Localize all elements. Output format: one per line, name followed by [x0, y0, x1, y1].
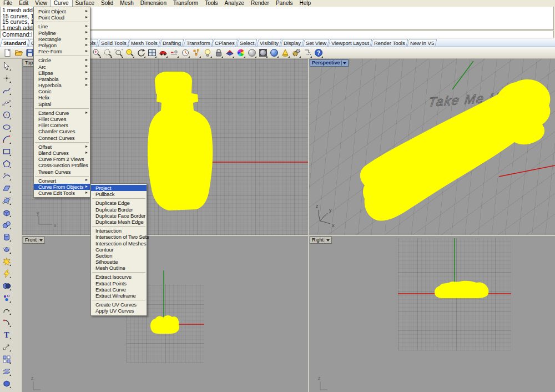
tab-visibility[interactable]: Visibility: [256, 39, 282, 47]
point-icon[interactable]: [1, 73, 12, 83]
menu-item-curve-from-objects[interactable]: Curve From Objects: [34, 184, 90, 190]
car-icon[interactable]: [158, 48, 168, 58]
measure-icon[interactable]: [169, 48, 179, 58]
tab-solid-tools[interactable]: Solid Tools: [98, 39, 129, 47]
menu-item-extend-curve[interactable]: Extend Curve: [34, 110, 90, 116]
tab-drafting[interactable]: Drafting: [160, 39, 185, 47]
menu-item-curve-from-2-views[interactable]: Curve From 2 Views: [34, 156, 90, 162]
help-icon[interactable]: ?: [313, 48, 324, 58]
menu-analyze[interactable]: Analyze: [221, 0, 248, 7]
menu-item-extract-points[interactable]: Extract Points: [91, 280, 147, 287]
pull-hook-icon[interactable]: [1, 317, 12, 328]
menu-item-ellipse[interactable]: Ellipse: [34, 70, 90, 76]
viewport-layout-icon[interactable]: [147, 48, 157, 58]
tab-render-tools[interactable]: Render Tools: [371, 39, 408, 47]
viewport-right[interactable]: z Right: [309, 236, 555, 392]
menu-mesh[interactable]: Mesh: [117, 0, 137, 7]
move-point-icon[interactable]: [1, 341, 12, 352]
menu-item-mesh-outline[interactable]: Mesh Outline: [91, 265, 147, 271]
viewport-perspective-label[interactable]: Perspective: [310, 59, 349, 67]
menu-item-extract-wireframe[interactable]: Extract Wireframe: [91, 293, 147, 299]
lightbulb-icon[interactable]: [202, 48, 213, 58]
new-document-icon[interactable]: [2, 48, 13, 58]
menu-dimension[interactable]: Dimension: [137, 0, 170, 7]
menu-item-chamfer-curves[interactable]: Chamfer Curves: [34, 128, 90, 134]
viewport-perspective[interactable]: Take Me Ho z y x Perspective: [309, 59, 555, 235]
open-folder-icon[interactable]: [13, 48, 24, 58]
menu-item-convert[interactable]: Convert: [34, 178, 90, 184]
tab-standard[interactable]: Standard: [0, 39, 29, 47]
sphere-gray-icon[interactable]: [246, 48, 257, 58]
menu-item-extract-isocurve[interactable]: Extract Isocurve: [91, 274, 147, 280]
curve-icon[interactable]: [1, 85, 12, 96]
menu-item-point-cloud[interactable]: Point Cloud: [34, 14, 90, 21]
explode-icon[interactable]: [1, 256, 12, 267]
menu-surface[interactable]: Surface: [72, 0, 98, 7]
menu-item-cross-section-profiles[interactable]: Cross-Section Profiles: [34, 162, 90, 168]
tab-mesh-tools[interactable]: Mesh Tools: [128, 39, 161, 47]
solid-edit-icon[interactable]: [1, 244, 12, 254]
menu-item-conic[interactable]: Conic: [34, 88, 90, 94]
curve-handle-icon[interactable]: [1, 170, 12, 181]
surface-icon[interactable]: [1, 183, 12, 193]
viewport-right-label[interactable]: Right: [310, 237, 332, 244]
circle-icon[interactable]: [1, 109, 12, 120]
menu-item-hyperbola[interactable]: Hyperbola: [34, 82, 90, 88]
cone-icon[interactable]: [280, 48, 290, 58]
menu-item-intersection[interactable]: Intersection: [91, 228, 147, 234]
menu-item-curve-edit-tools[interactable]: Curve Edit Tools: [34, 190, 90, 196]
blend-hook-icon[interactable]: [1, 305, 12, 315]
menu-item-intersection-of-two-sets[interactable]: Intersection of Two Sets: [91, 234, 147, 240]
point-cloud-icon[interactable]: [1, 293, 12, 303]
color-wheel-icon[interactable]: [235, 48, 246, 58]
menu-item-spiral[interactable]: Spiral: [34, 101, 90, 107]
menu-curve[interactable]: Curve: [51, 0, 72, 7]
rectangle-icon[interactable]: [1, 146, 12, 157]
menu-item-line[interactable]: Line: [34, 23, 90, 29]
points-icon[interactable]: [191, 48, 201, 58]
menu-item-polygon[interactable]: Polygon: [34, 42, 90, 48]
menu-item-pullback[interactable]: Pullback: [91, 191, 147, 197]
menu-item-silhouette[interactable]: Silhouette: [91, 259, 147, 265]
zoom-dynamic-icon[interactable]: [102, 48, 113, 58]
tab-viewport-layout[interactable]: Viewport Layout: [329, 39, 372, 47]
menu-help[interactable]: Help: [296, 0, 315, 7]
menu-item-helix[interactable]: Helix: [34, 94, 90, 100]
history-icon[interactable]: [302, 48, 312, 58]
menu-view[interactable]: View: [32, 0, 51, 7]
solid-blue-icon[interactable]: [1, 378, 12, 389]
menu-item-duplicate-face-border[interactable]: Duplicate Face Border: [91, 213, 147, 219]
zoom-extents-icon[interactable]: [124, 48, 135, 58]
menu-item-parabola[interactable]: Parabola: [34, 76, 90, 82]
mesh-object-front[interactable]: [150, 315, 179, 334]
menu-item-duplicate-edge[interactable]: Duplicate Edge: [91, 200, 147, 206]
menu-solid[interactable]: Solid: [98, 0, 117, 7]
tab-select[interactable]: Select: [237, 39, 258, 47]
group-icon[interactable]: [1, 354, 12, 364]
menu-item-fillet-corners[interactable]: Fillet Corners: [34, 122, 90, 128]
ellipse-icon[interactable]: [1, 122, 12, 132]
arc-icon[interactable]: [1, 134, 12, 144]
menu-item-intersection-of-meshes[interactable]: Intersection of Meshes: [91, 240, 147, 247]
menu-item-point-object[interactable]: Point Object: [34, 8, 90, 14]
text-icon[interactable]: T: [1, 329, 12, 340]
mesh-object-right[interactable]: [435, 281, 488, 298]
menu-transform[interactable]: Transform: [170, 0, 201, 7]
menu-item-tween-curves[interactable]: Tween Curves: [34, 169, 90, 175]
clock-icon[interactable]: [180, 48, 190, 58]
planes-icon[interactable]: [1, 366, 12, 376]
menu-item-duplicate-border[interactable]: Duplicate Border: [91, 207, 147, 213]
tab-display[interactable]: Display: [280, 39, 304, 47]
menu-render[interactable]: Render: [248, 0, 273, 7]
cylinder-icon[interactable]: [1, 232, 12, 242]
tab-transform[interactable]: Transform: [183, 39, 213, 47]
menu-item-blend-curves[interactable]: Blend Curves: [34, 150, 90, 156]
menu-edit[interactable]: Edit: [16, 0, 32, 7]
menu-tools[interactable]: Tools: [201, 0, 221, 7]
menu-item-fillet-curves[interactable]: Fillet Curves: [34, 116, 90, 122]
spheres-icon[interactable]: [1, 219, 12, 230]
menu-item-duplicate-mesh-edge[interactable]: Duplicate Mesh Edge: [91, 219, 147, 225]
mesh-object-top[interactable]: [148, 72, 213, 210]
viewport-front[interactable]: z Front: [22, 236, 308, 392]
menu-item-rectangle[interactable]: Rectangle: [34, 36, 90, 42]
